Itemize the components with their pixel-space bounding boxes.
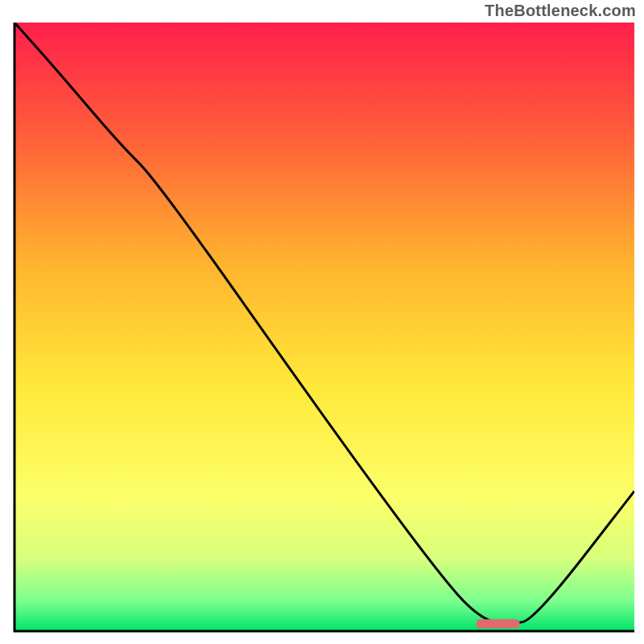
chart-canvas bbox=[0, 0, 644, 644]
optimal-range-marker bbox=[477, 619, 520, 628]
bottleneck-chart: TheBottleneck.com bbox=[0, 0, 644, 644]
gradient-background bbox=[14, 23, 634, 631]
watermark-text: TheBottleneck.com bbox=[485, 2, 636, 20]
